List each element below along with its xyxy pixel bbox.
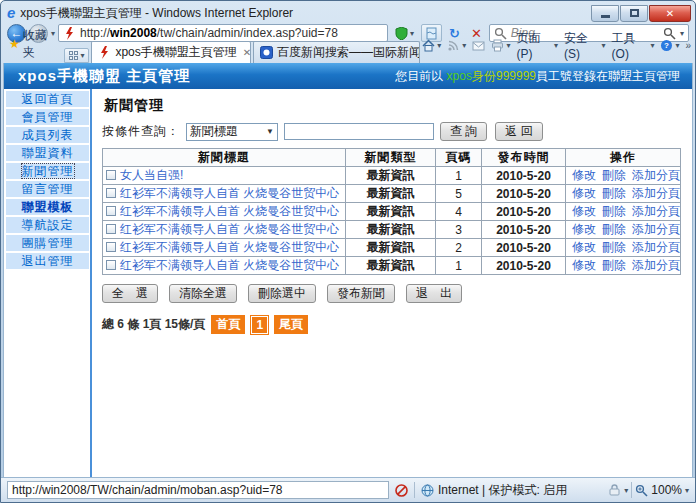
row-checkbox[interactable]	[106, 260, 116, 270]
edit-link[interactable]: 修改	[572, 240, 596, 254]
sidebar-item-groupbuy[interactable]: 團購管理	[6, 235, 89, 251]
row-checkbox[interactable]	[106, 188, 116, 198]
tab-close-icon[interactable]: ✕	[243, 47, 251, 58]
table-row: 红衫军不满领导人自首 火烧曼谷世贸中心 最新資訊 5 2010-5-20 修改刪…	[103, 185, 681, 203]
edit-link[interactable]: 修改	[572, 204, 596, 218]
tab-baidu-news[interactable]: 百度新闻搜索——国际新闻	[253, 41, 420, 63]
edit-link[interactable]: 修改	[572, 168, 596, 182]
status-link-url: http://win2008/TW/chain/admin/moban.asp?…	[7, 481, 389, 499]
feeds-button[interactable]: ▾	[447, 39, 466, 52]
sidebar-item-news-admin[interactable]: 新聞管理	[6, 163, 89, 179]
printer-icon	[491, 39, 504, 52]
table-header-row: 新聞標題 新聞類型 頁碼 發布時間 操作	[103, 149, 681, 167]
command-bar: ▾ ▾ ▾ 页面(P)▾ 安全(S)▾ 工具(O)▾ ? ▾ »	[422, 30, 691, 63]
edit-link[interactable]: 修改	[572, 222, 596, 236]
add-page-link[interactable]: 添加分頁	[632, 168, 680, 182]
sidebar-item-navigation[interactable]: 導航設定	[6, 217, 89, 233]
sidebar-item-members[interactable]: 會員管理	[6, 109, 89, 125]
url-text: http://win2008/tw/chain/admin/index.asp?…	[80, 26, 338, 40]
pagination-summary: 總 6 條 1頁 15條/頁	[102, 316, 205, 333]
news-title-link[interactable]: 女人当自强!	[120, 168, 183, 182]
last-page-button[interactable]: 尾頁	[274, 315, 308, 334]
security-addon-button[interactable]: ▾	[391, 24, 418, 42]
add-page-link[interactable]: 添加分頁	[632, 258, 680, 272]
print-button[interactable]: ▾	[491, 39, 510, 52]
zone-text: Internet | 保护模式: 启用	[438, 482, 567, 499]
query-keyword-input[interactable]	[284, 123, 434, 140]
minimize-button[interactable]	[591, 5, 619, 22]
news-title-link[interactable]: 红衫军不满领导人自首 火烧曼谷世贸中心	[120, 186, 339, 200]
query-field-select[interactable]: 新聞標題 ▼	[186, 123, 278, 141]
col-ops: 操作	[566, 149, 681, 167]
sidebar-item-messages[interactable]: 留言管理	[6, 181, 89, 197]
add-page-link[interactable]: 添加分頁	[632, 186, 680, 200]
status-bar: http://win2008/TW/chain/admin/moban.asp?…	[1, 477, 695, 502]
help-icon: ?	[660, 39, 673, 52]
login-employee-id: 身份999999	[472, 69, 536, 83]
home-button[interactable]: ▾	[422, 39, 441, 52]
clear-selection-button[interactable]: 清除全選	[169, 284, 237, 303]
sidebar-item-alliance-info[interactable]: 聯盟資料	[6, 145, 89, 161]
sidebar-item-member-list[interactable]: 成員列表	[6, 127, 89, 143]
query-label: 按條件查詢：	[102, 123, 180, 140]
zoom-magnifier-icon	[635, 484, 648, 497]
table-row: 红衫军不满领导人自首 火烧曼谷世贸中心 最新資訊 4 2010-5-20 修改刪…	[103, 203, 681, 221]
chevron-down-icon: ▾	[685, 486, 689, 495]
maximize-button[interactable]	[620, 5, 648, 22]
news-title-link[interactable]: 红衫军不满领导人自首 火烧曼谷世贸中心	[120, 204, 339, 218]
webpage-viewport: xpos手機聯盟 主頁管理 您目前以 xpos身份999999員工號登錄在聯盟主…	[3, 63, 693, 477]
table-row: 红衫军不满领导人自首 火烧曼谷世贸中心 最新資訊 3 2010-5-20 修改刪…	[103, 221, 681, 239]
tabs-bar: ★ 收藏夹 ▾ xpos手機聯盟主頁管理 ✕ 百度新闻搜索——国际新闻 ▾ ▾	[1, 43, 695, 63]
overflow-chevron-icon[interactable]: »	[685, 40, 691, 51]
delete-link[interactable]: 刪除	[602, 258, 626, 272]
add-page-link[interactable]: 添加分頁	[632, 204, 680, 218]
security-zone[interactable]: Internet | 保护模式: 启用	[421, 482, 567, 499]
menu-tools[interactable]: 工具(O)▾	[612, 30, 655, 61]
blocked-content-icon	[395, 484, 408, 497]
sidebar-item-logout[interactable]: 退出管理	[6, 253, 89, 269]
menu-page[interactable]: 页面(P)▾	[516, 30, 558, 61]
menu-safety[interactable]: 安全(S)▾	[564, 30, 606, 61]
delete-link[interactable]: 刪除	[602, 204, 626, 218]
quick-tabs-button[interactable]: ▾	[64, 48, 89, 63]
title-bar[interactable]: e xpos手機聯盟主頁管理 - Windows Internet Explor…	[1, 1, 695, 23]
table-row: 女人当自强! 最新資訊 1 2010-5-20 修改刪除添加分頁	[103, 167, 681, 185]
add-page-link[interactable]: 添加分頁	[632, 222, 680, 236]
publish-news-button[interactable]: 發布新聞	[327, 284, 395, 303]
main-content: 新聞管理 按條件查詢： 新聞標題 ▼ 查 詢 返 回 新聞標題 新聞類型	[92, 89, 692, 477]
return-button[interactable]: 返 回	[495, 122, 542, 141]
read-mail-button[interactable]	[472, 39, 485, 52]
close-button[interactable]: ✕	[649, 5, 691, 22]
add-page-link[interactable]: 添加分頁	[632, 240, 680, 254]
row-checkbox[interactable]	[106, 224, 116, 234]
delete-link[interactable]: 刪除	[602, 186, 626, 200]
query-button[interactable]: 查 詢	[440, 122, 487, 141]
news-title-link[interactable]: 红衫军不满领导人自首 火烧曼谷世贸中心	[120, 222, 339, 236]
news-title-link[interactable]: 红衫军不满领导人自首 火烧曼谷世贸中心	[120, 240, 339, 254]
url-field[interactable]: http://win2008/tw/chain/admin/index.asp?…	[58, 24, 388, 42]
tab-label: 百度新闻搜索——国际新闻	[277, 44, 420, 61]
sidebar-item-home[interactable]: 返回首頁	[6, 91, 89, 107]
edit-link[interactable]: 修改	[572, 258, 596, 272]
edit-link[interactable]: 修改	[572, 186, 596, 200]
tab-xpos-admin[interactable]: xpos手機聯盟主頁管理 ✕	[91, 41, 251, 63]
zoom-control[interactable]: ▾ 100% ▾	[608, 482, 689, 498]
delete-link[interactable]: 刪除	[602, 168, 626, 182]
exit-button[interactable]: 退 出	[406, 284, 462, 303]
row-checkbox[interactable]	[106, 170, 116, 180]
favorites-button[interactable]: ★ 收藏夹	[5, 26, 62, 63]
delete-link[interactable]: 刪除	[602, 222, 626, 236]
delete-selected-button[interactable]: 刪除選中	[248, 284, 316, 303]
row-checkbox[interactable]	[106, 206, 116, 216]
news-title-link[interactable]: 红衫军不满领导人自首 火烧曼谷世贸中心	[120, 258, 339, 272]
sidebar-item-templates[interactable]: 聯盟模板	[6, 199, 89, 215]
current-page-button[interactable]: 1	[251, 316, 268, 334]
pagination: 總 6 條 1頁 15條/頁 首頁 1 尾頁	[102, 315, 684, 334]
select-all-button[interactable]: 全 選	[102, 284, 158, 303]
delete-link[interactable]: 刪除	[602, 240, 626, 254]
row-checkbox[interactable]	[106, 242, 116, 252]
chevron-down-icon: ▾	[410, 29, 414, 38]
first-page-button[interactable]: 首頁	[211, 315, 245, 334]
divider	[631, 482, 632, 498]
help-button[interactable]: ? ▾	[660, 39, 679, 52]
